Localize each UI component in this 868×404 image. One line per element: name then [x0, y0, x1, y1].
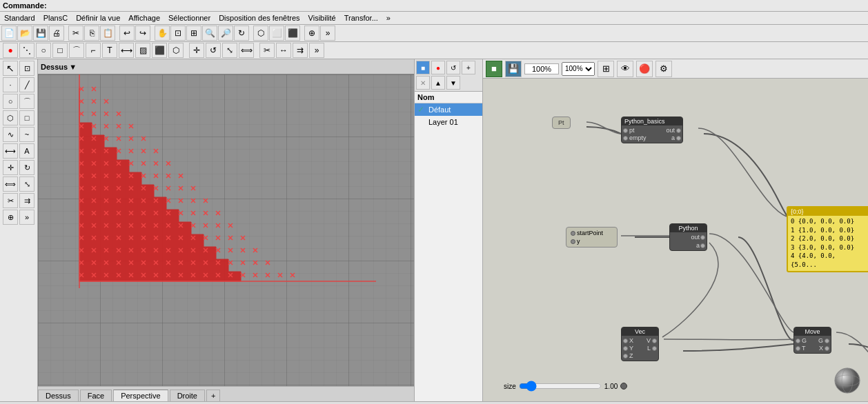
menu-selectionner[interactable]: Sélectionner: [164, 12, 215, 23]
gh-node-python-basics[interactable]: Python_basics pt empty out a: [621, 117, 683, 143]
canvas-area[interactable]: [38, 74, 414, 386]
gh-node-startpoint[interactable]: startPoint y: [566, 227, 618, 248]
gh-canvas[interactable]: Pt Python_basics pt empty out a: [483, 79, 868, 401]
lt-point-tool[interactable]: ·: [3, 77, 18, 92]
gh-zoom-select[interactable]: 100%: [562, 62, 595, 76]
tb-polyline[interactable]: ⌐: [86, 43, 101, 58]
tb-cut[interactable]: ✂: [68, 26, 83, 41]
tb-offset[interactable]: ⇉: [293, 43, 308, 58]
menu-more[interactable]: »: [382, 12, 395, 23]
tb-new[interactable]: 📄: [1, 26, 17, 41]
lt-scale-tool[interactable]: ⤡: [19, 176, 34, 192]
gh-btn-eye[interactable]: 👁: [617, 61, 633, 77]
tb-zoom-extents[interactable]: ⊞: [186, 26, 201, 41]
lt-trim-tool[interactable]: ✂: [3, 193, 18, 208]
lt-mirror[interactable]: ⟺: [3, 176, 18, 192]
tb-undo[interactable]: ↩: [119, 26, 135, 41]
tb-save[interactable]: 💾: [33, 26, 48, 41]
tb-circle-tool[interactable]: ○: [36, 43, 51, 58]
tb-display-wire[interactable]: ⬜: [269, 26, 284, 41]
menu-standard[interactable]: Standard: [0, 12, 39, 23]
tab-dessus[interactable]: Dessus: [38, 390, 79, 401]
tab-perspective[interactable]: Perspective: [113, 390, 168, 401]
tb-trim[interactable]: ✂: [259, 43, 275, 58]
tab-face[interactable]: Face: [80, 390, 112, 401]
size-slider-dot[interactable]: [620, 383, 627, 390]
lt-circle[interactable]: ○: [3, 94, 18, 109]
lp-btn-add[interactable]: +: [462, 61, 475, 74]
gh-btn-grid[interactable]: ⊞: [598, 61, 614, 77]
lt-snap[interactable]: ⊕: [3, 210, 18, 225]
gh-node-move[interactable]: Move G T G X: [793, 327, 831, 354]
menu-affichage[interactable]: Affichage: [124, 12, 164, 23]
tb-osnap[interactable]: ⊕: [304, 26, 319, 41]
gh-btn-settings[interactable]: ⚙: [655, 61, 672, 77]
tb-redo[interactable]: ↪: [135, 26, 150, 41]
tb-mirror[interactable]: ⟺: [239, 43, 254, 58]
tb-display-mesh[interactable]: ⬡: [253, 26, 268, 41]
menu-transform[interactable]: Transfor...: [340, 12, 382, 23]
gh-btn-save[interactable]: 💾: [505, 61, 522, 77]
tb-line[interactable]: ⋱: [19, 43, 34, 58]
tb-block[interactable]: ⬛: [152, 43, 167, 58]
lt-arc-tool[interactable]: ⌒: [19, 94, 34, 109]
menu-plansc[interactable]: PlansC: [39, 12, 72, 23]
gh-output-panel[interactable]: {0;0} 0 {0.0, 0.0, 0.0} 1 {1.0, 0.0, 0.0…: [787, 206, 868, 272]
tb-scale[interactable]: ⤡: [222, 43, 237, 58]
tb-open[interactable]: 📂: [17, 26, 32, 41]
lp-btn-down[interactable]: ▼: [446, 76, 460, 90]
tb-rect-tool[interactable]: □: [52, 43, 68, 58]
tb-extend[interactable]: ↔: [276, 43, 291, 58]
lt-select[interactable]: ↖: [3, 61, 18, 76]
layer-item-defaut[interactable]: ✓ Défaut: [415, 103, 482, 116]
lt-rotate[interactable]: ↻: [19, 160, 34, 175]
tb-zoom-out[interactable]: 🔎: [218, 26, 233, 41]
tb-arc[interactable]: ⌒: [69, 43, 84, 58]
tb-dim[interactable]: ⟷: [119, 43, 134, 58]
tb-rotate-tool[interactable]: ↺: [206, 43, 221, 58]
tab-add-button[interactable]: +: [206, 390, 220, 401]
lt-more-tools[interactable]: »: [19, 210, 34, 225]
tb-display-solid[interactable]: ⬛: [285, 26, 300, 41]
lp-btn-1[interactable]: ■: [416, 61, 430, 74]
lt-move[interactable]: ✛: [3, 160, 18, 175]
lp-btn-del[interactable]: ✕: [416, 76, 430, 90]
tb-text[interactable]: T: [102, 43, 117, 58]
tb-point[interactable]: ●: [3, 43, 18, 58]
tb-zoom-window[interactable]: ⊡: [170, 26, 186, 41]
menu-disposition[interactable]: Disposition des fenêtres: [215, 12, 304, 23]
lt-curve[interactable]: ∿: [3, 127, 18, 142]
tb-rotate[interactable]: ↻: [234, 26, 249, 41]
lp-btn-2[interactable]: ●: [431, 61, 445, 74]
gh-zoom-display[interactable]: 100%: [524, 63, 559, 74]
gh-btn-doc[interactable]: ■: [486, 61, 502, 77]
lt-text-tool[interactable]: A: [19, 143, 34, 159]
tb-more2[interactable]: »: [320, 26, 335, 41]
menu-visibilite[interactable]: Visibilité: [304, 12, 340, 23]
viewport-dropdown-arrow[interactable]: ▼: [69, 63, 77, 71]
tb-more3[interactable]: »: [309, 43, 324, 58]
layer-item-layer01[interactable]: ✓ Layer 01: [415, 116, 482, 128]
tb-copy[interactable]: ⎘: [84, 26, 99, 41]
lt-line-tool[interactable]: ╱: [19, 77, 34, 92]
tb-move-tool[interactable]: ✛: [189, 43, 204, 58]
lt-offset-tool[interactable]: ⇉: [19, 193, 34, 208]
lt-rect[interactable]: □: [19, 110, 34, 125]
lt-poly[interactable]: ⬡: [3, 110, 18, 125]
size-slider-input[interactable]: [519, 381, 602, 391]
tb-pan[interactable]: ✋: [155, 26, 170, 41]
lt-dim-tool[interactable]: ⟷: [3, 143, 18, 159]
gh-btn-wire[interactable]: 🔴: [636, 61, 653, 77]
tab-droite[interactable]: Droite: [170, 390, 205, 401]
tb-hatch[interactable]: ▨: [135, 43, 150, 58]
lp-btn-up[interactable]: ▲: [431, 76, 445, 90]
menu-definir[interactable]: Définir la vue: [72, 12, 124, 23]
tb-group[interactable]: ⬡: [168, 43, 184, 58]
lt-spline[interactable]: ~: [19, 127, 34, 142]
gh-node-vec[interactable]: Vec X Y Z V L: [621, 327, 659, 361]
lp-btn-refresh[interactable]: ↺: [446, 61, 460, 74]
tb-paste[interactable]: 📋: [100, 26, 115, 41]
gh-node-python[interactable]: Python out a: [669, 223, 707, 251]
lt-select2[interactable]: ⊡: [19, 61, 34, 76]
tb-zoom-in[interactable]: 🔍: [202, 26, 217, 41]
